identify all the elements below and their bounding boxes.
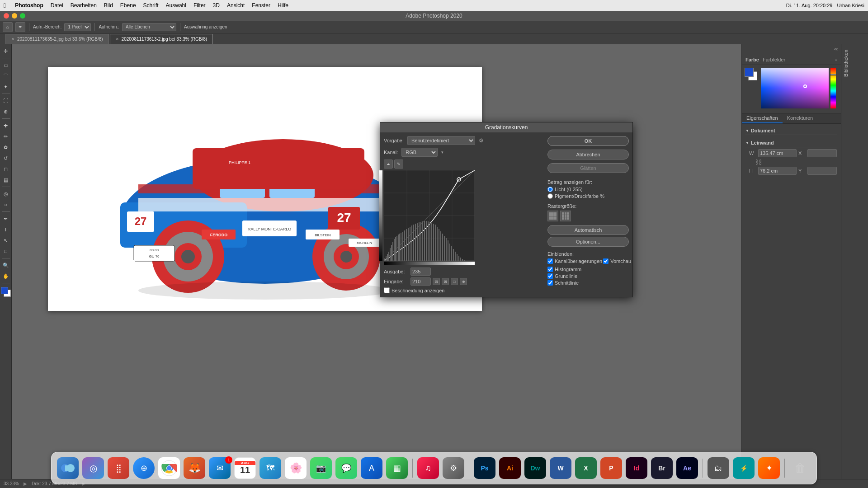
dock-sysprefs[interactable]: ⚙ xyxy=(442,456,465,480)
dropper-white[interactable]: □ xyxy=(451,278,458,285)
blur-tool[interactable]: ◎ xyxy=(1,189,11,199)
dock-photos[interactable]: 🌸 xyxy=(284,456,307,480)
dropper-black[interactable]: ⊡ xyxy=(433,278,440,285)
width-input[interactable] xyxy=(758,149,797,157)
tab-korrekturen[interactable]: Korrekturen xyxy=(783,113,817,123)
betrag-radio2[interactable] xyxy=(547,193,553,199)
dock-powerpoint[interactable]: P xyxy=(599,456,623,480)
menu-photoshop[interactable]: Photoshop xyxy=(15,2,43,9)
pen-tool[interactable]: ✒ xyxy=(1,214,11,224)
dock-firefox[interactable]: 🦊 xyxy=(183,456,206,480)
dock-finder[interactable] xyxy=(56,456,80,480)
dock-aftereffects[interactable]: Ae xyxy=(675,456,699,480)
curve-tool-pencil[interactable]: ⏶ xyxy=(384,160,393,169)
vorschau-label[interactable]: Vorschau xyxy=(610,258,631,264)
height-input[interactable] xyxy=(758,167,797,175)
dock-siri[interactable]: ◎ xyxy=(81,456,105,480)
grundlinie-label[interactable]: Grundlinie xyxy=(555,273,577,279)
healing-brush[interactable]: ✚ xyxy=(1,121,11,131)
apple-icon[interactable]:  xyxy=(4,2,6,9)
dock-facetime[interactable]: 📷 xyxy=(309,456,333,480)
tab-2[interactable]: ✕ 20200811173613-2.jpg bei 33.3% (RGB/8) xyxy=(110,34,213,44)
menu-ansicht[interactable]: Ansicht xyxy=(227,2,245,9)
clip-checkbox[interactable] xyxy=(384,287,390,293)
automatisch-button[interactable]: Automatisch xyxy=(547,225,629,235)
clip-label[interactable]: Beschneidung anzeigen xyxy=(392,288,444,293)
kanalueber-label[interactable]: Kanalüberlagerungen xyxy=(555,258,602,264)
optionen-button[interactable]: Optionen... xyxy=(547,237,629,247)
path-selection[interactable]: ↖ xyxy=(1,235,11,245)
schnittlinie-label[interactable]: Schnittlinie xyxy=(555,280,579,286)
brush-tool[interactable]: ✏ xyxy=(1,131,11,141)
aufnehm2-select[interactable]: Alle Ebenen xyxy=(122,23,176,31)
menu-auswahl[interactable]: Auswahl xyxy=(166,2,186,9)
shape-tool[interactable]: □ xyxy=(1,246,11,256)
dock-photoshop[interactable]: Ps xyxy=(473,456,496,480)
check-schnittlinie-input[interactable] xyxy=(547,280,553,286)
magic-wand[interactable]: ✦ xyxy=(1,82,11,92)
dock-dreamweaver[interactable]: Dw xyxy=(524,456,547,480)
menu-hilfe[interactable]: Hilfe xyxy=(278,2,288,9)
close-icon-tab1[interactable]: ✕ xyxy=(11,37,14,41)
curves-titlebar[interactable]: Gradationskurven xyxy=(380,122,632,132)
kanal-select[interactable]: RGB xyxy=(401,148,438,157)
clone-stamp[interactable]: ✿ xyxy=(1,142,11,152)
color-panel-header[interactable]: Farbe Farbfelder ≡ xyxy=(742,54,841,65)
check-histogramm-input[interactable] xyxy=(547,267,553,272)
minimize-button[interactable] xyxy=(12,13,17,19)
color-gradient[interactable] xyxy=(761,68,829,108)
dock-mail[interactable]: ✉ 1 xyxy=(208,456,231,480)
collapse-panels-btn[interactable]: ≪ xyxy=(834,47,838,52)
menu-bild[interactable]: Bild xyxy=(104,2,113,9)
color-picker-cursor[interactable] xyxy=(803,84,807,88)
crop-tool[interactable]: ⛶ xyxy=(1,96,11,106)
history-brush[interactable]: ↺ xyxy=(1,153,11,163)
dodge-tool[interactable]: ○ xyxy=(1,200,11,210)
menu-fenster[interactable]: Fenster xyxy=(252,2,270,9)
lasso-tool[interactable]: ⌒ xyxy=(1,71,11,81)
maximize-button[interactable] xyxy=(20,13,25,19)
leinwand-header[interactable]: ▼ Leinwand xyxy=(745,139,837,147)
histogramm-label[interactable]: Histogramm xyxy=(555,267,581,272)
dock-calendar[interactable]: AUG 11 xyxy=(233,456,257,480)
curve-canvas[interactable] xyxy=(384,170,474,260)
dock-music[interactable]: ♫ xyxy=(416,456,440,480)
target-icon[interactable]: ⊕ xyxy=(460,278,467,285)
hand-tool[interactable]: ✋ xyxy=(1,271,11,281)
dock-bridge[interactable]: Br xyxy=(650,456,674,480)
dock-trash[interactable]: 🗑 xyxy=(788,456,812,480)
dokument-header[interactable]: ▼ Dokument xyxy=(745,127,837,135)
brush-tool-icon[interactable]: ✒ xyxy=(15,22,25,32)
home-icon[interactable]: ⌂ xyxy=(3,22,13,32)
dock-numbers[interactable]: ▦ xyxy=(385,456,409,480)
x-input[interactable] xyxy=(807,149,837,157)
fg-bg-boxes[interactable] xyxy=(745,68,757,80)
check-vorschau-input[interactable] xyxy=(603,258,609,264)
farbfelder-tab[interactable]: Farbfelder xyxy=(763,57,785,62)
ok-button[interactable]: OK xyxy=(547,136,629,146)
tab-1[interactable]: ✕ 20200811173635-2.jpg bei 33.6% (RGB/8) xyxy=(5,34,109,44)
check-grundlinie-input[interactable] xyxy=(547,273,553,279)
curve-tool-bezier[interactable]: ✎ xyxy=(394,160,403,169)
aufnehm-select[interactable]: 1 Pixel xyxy=(64,23,91,31)
dock-launchpad[interactable]: ⣿ xyxy=(107,456,130,480)
fg-bg-color[interactable] xyxy=(0,286,12,298)
ausgabe-input[interactable] xyxy=(410,267,431,276)
close-icon-tab2[interactable]: ✕ xyxy=(116,37,119,41)
vorgabe-select[interactable]: Benutzerdefiniert xyxy=(407,136,475,145)
menu-ebene[interactable]: Ebene xyxy=(120,2,136,9)
dock-finder2[interactable]: 🗂 xyxy=(707,456,730,480)
dock-appstore[interactable]: A xyxy=(360,456,383,480)
menu-schrift[interactable]: Schrift xyxy=(143,2,159,9)
eingabe-input[interactable] xyxy=(410,277,431,286)
eyedropper-tool[interactable]: ⊕ xyxy=(1,107,11,117)
gradient-tool[interactable]: ▤ xyxy=(1,175,11,185)
move-tool[interactable]: ✛ xyxy=(1,46,11,56)
marquee-tool[interactable]: ▭ xyxy=(1,60,11,70)
tab-eigenschaften[interactable]: Eigenschaften xyxy=(742,113,783,123)
text-tool[interactable]: T xyxy=(1,225,11,235)
dock-safari[interactable]: ⊕ xyxy=(132,456,156,480)
dock-arduino[interactable]: ⚡ xyxy=(732,456,755,480)
check-kanalueber[interactable] xyxy=(547,258,553,264)
glatten-button[interactable]: Glätten xyxy=(547,163,629,173)
